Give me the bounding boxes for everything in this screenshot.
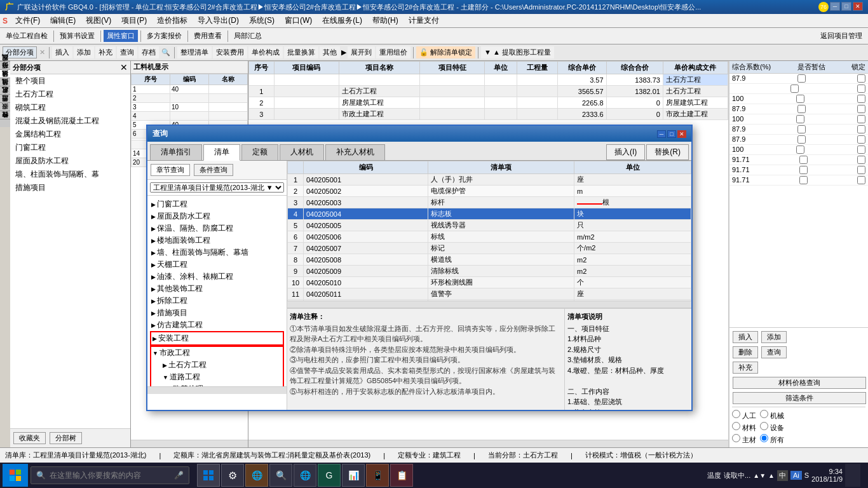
menu-price-index[interactable]: 造价指标 (152, 14, 193, 27)
badge-count[interactable]: 76 (818, 2, 829, 12)
btn-add[interactable]: 添加 (74, 46, 94, 58)
btn-right-insert[interactable]: 插入 (733, 331, 758, 343)
btn-right-supplement[interactable]: 补充 (733, 362, 758, 374)
resource-row-1[interactable]: 140 (132, 85, 248, 94)
taskbar-item-4[interactable]: G (318, 464, 341, 487)
sidebar-close-btn[interactable]: ✕ (120, 62, 128, 72)
btn-query[interactable]: 查询 (117, 46, 137, 58)
menu-online[interactable]: 在线服务(L) (317, 14, 367, 27)
results-scroll[interactable]: 编码 清单项 单位 1 040205001 人（手）孔井 (287, 161, 691, 301)
taskbar-item-6[interactable]: 📱 (366, 464, 389, 487)
temp-check-4[interactable] (797, 105, 806, 113)
temp-check-8[interactable] (796, 146, 804, 154)
btn-other[interactable]: 其他 (320, 46, 340, 58)
input-method-indicator[interactable]: Ai (790, 471, 802, 480)
btn-budget-settings[interactable]: 预算书设置 (57, 30, 98, 42)
dialog-tab-resource[interactable]: 人材机 (280, 144, 324, 160)
radio-material[interactable] (732, 422, 740, 430)
vtab-compliance[interactable]: 符合性检查 (0, 119, 10, 127)
result-row-9[interactable]: 9 040205009 清除标线 m2 (288, 266, 691, 277)
btn-right-query[interactable]: 查询 (761, 346, 787, 358)
taskbar-item-3[interactable]: 🌐 (294, 464, 316, 487)
radio-all[interactable] (760, 434, 768, 442)
menu-window[interactable]: 窗口(W) (280, 14, 317, 27)
temp-check-7[interactable] (797, 135, 806, 144)
dialog-tab-guide[interactable]: 清单指引 (150, 144, 202, 160)
menu-edit[interactable]: 编辑(E) (45, 14, 81, 27)
vtab-material[interactable]: 人材机汇总 (0, 94, 10, 102)
tree-insulation[interactable]: ▶ 保温、隔热、防腐工程 (150, 222, 284, 234)
menu-help[interactable]: 帮助(H) (367, 14, 403, 27)
btn-insert[interactable]: 插入 (52, 46, 72, 58)
btn-partial-summary[interactable]: 局部汇总 (231, 30, 265, 42)
result-row-4-selected[interactable]: 4 040205004 标志板 块 (288, 208, 691, 220)
btn-favorites[interactable]: 收藏夹 (13, 432, 46, 444)
taskbar-item-browser[interactable]: 🌐 (245, 464, 268, 487)
btn-batch-replace[interactable]: 批量换算 (284, 46, 318, 58)
taskbar-item-5[interactable]: 📊 (342, 464, 365, 487)
sidebar-concrete[interactable]: 混凝土及钢筋混凝土工程 (10, 114, 130, 128)
dialog-maximize[interactable]: □ (667, 130, 676, 138)
btn-unlock-list[interactable]: 🔓 解除清单锁定 (416, 46, 475, 58)
result-row-6[interactable]: 6 040205006 标线 m/m2 (288, 231, 691, 243)
menu-system[interactable]: 系统(S) (244, 14, 280, 27)
tree-municipal[interactable]: ▼ 市政工程 (151, 347, 283, 359)
temp-check-1[interactable] (797, 74, 806, 83)
tree-roofing[interactable]: ▶ 屋面及防水工程 (150, 210, 284, 222)
dialog-tab-supplement[interactable]: 补充人材机 (325, 144, 385, 160)
temp-check-6[interactable] (797, 125, 806, 133)
btn-fee-view[interactable]: 费用查看 (191, 30, 225, 42)
results-scrollbar-h[interactable] (287, 301, 691, 308)
lock-check-10[interactable] (857, 166, 865, 174)
lock-check-4[interactable] (857, 105, 865, 113)
vtab-sections[interactable]: 分部分项 (0, 69, 10, 78)
sidebar-whole-project[interactable]: 整个项目 (10, 74, 130, 88)
filter-tab-chapter[interactable]: 章节查询 (151, 164, 190, 176)
result-row-10[interactable]: 10 040205010 环形检测线圈 个 (288, 277, 691, 288)
main-table-scrollbar-h[interactable] (248, 440, 728, 447)
lock-check-9[interactable] (857, 156, 865, 164)
btn-filter[interactable]: 筛选条件 (733, 392, 866, 404)
lock-check-6[interactable] (857, 125, 865, 133)
table-row-building[interactable]: 2 房屋建筑工程 2265.8 0 房屋建筑工程 (249, 97, 728, 109)
btn-section-tree[interactable]: 分部树 (50, 432, 82, 444)
sidebar-doors-windows[interactable]: 门窗工程 (10, 141, 130, 154)
resource-row-3[interactable]: 310 (132, 103, 248, 112)
tree-ceiling[interactable]: ▶ 天棚工程 (150, 259, 284, 271)
lang-indicator[interactable]: 中 (777, 470, 788, 481)
taskbar-item-2[interactable]: ⚙ (221, 464, 244, 487)
btn-unit-price[interactable]: 单价构成 (248, 46, 283, 58)
radio-equipment[interactable] (760, 422, 768, 430)
tree-earthwork-child[interactable]: ▶ 土石方工程 (161, 359, 283, 371)
dialog-close[interactable]: ✕ (677, 130, 686, 138)
dialog-tab-list[interactable]: 清单 (203, 144, 240, 161)
result-row-5[interactable]: 5 040205005 视线诱导器 只 (288, 220, 691, 231)
dialog-btn-replace[interactable]: 替换(R) (646, 144, 689, 160)
btn-right-add[interactable]: 添加 (761, 331, 787, 343)
temp-check-2[interactable] (790, 85, 799, 93)
btn-reuse[interactable]: 重用组价 (376, 46, 410, 58)
lock-check-3[interactable] (857, 95, 865, 103)
taskbar-item-search[interactable]: 🔍 (269, 464, 292, 487)
dialog-tab-quota[interactable]: 定额 (241, 144, 278, 160)
tree-install[interactable]: ▶ 安装工程 (150, 331, 284, 346)
result-row-1[interactable]: 1 040205001 人（手）孔井 座 (288, 174, 691, 186)
vtab-measures[interactable]: 措施项目 (0, 78, 10, 86)
btn-return-project[interactable]: 返回项目管理 (817, 30, 865, 42)
temp-check-11[interactable] (799, 176, 808, 184)
temp-check-9[interactable] (799, 156, 808, 164)
resource-panel-scrollbar[interactable] (131, 440, 248, 447)
temp-check-5[interactable] (796, 115, 804, 123)
table-row-municipal[interactable]: 3 市政土建工程 2333.6 0 市政土建工程 (249, 109, 728, 120)
btn-multi-plan[interactable]: 多方案报价 (144, 30, 185, 42)
lock-check-8[interactable] (857, 146, 865, 154)
vtab-overview[interactable]: 工程概况 (0, 61, 10, 69)
btn-expand[interactable]: 展开到 (348, 46, 375, 58)
tree-paint[interactable]: ▶ 油漆、涂料、裱糊工程 (150, 271, 284, 283)
menu-view[interactable]: 视图(V) (81, 14, 116, 27)
btn-sort-list[interactable]: 整理清单 (177, 46, 212, 58)
menu-file[interactable]: 文件(F) (10, 14, 45, 27)
sidebar-earthwork[interactable]: 土石方工程 (10, 88, 130, 101)
temp-check-10[interactable] (799, 166, 808, 174)
sidebar-masonry[interactable]: 砌筑工程 (10, 101, 130, 114)
